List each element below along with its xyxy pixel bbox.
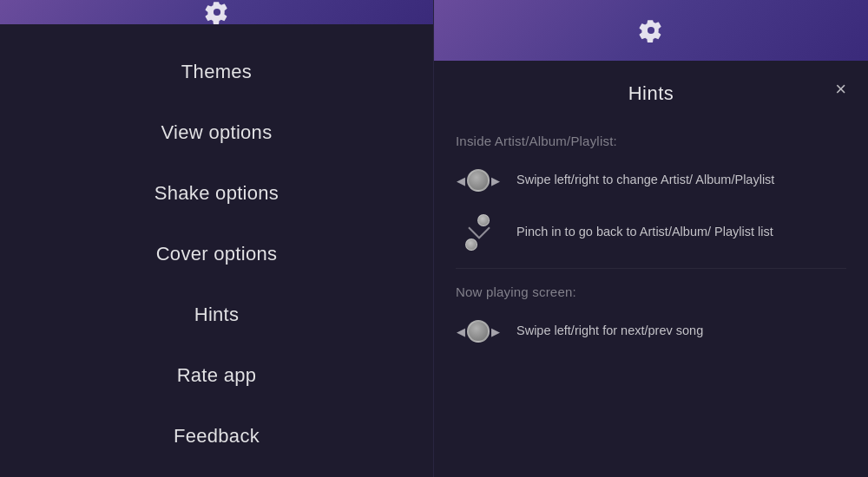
section-title-artist: Inside Artist/Album/Playlist: xyxy=(456,134,846,148)
hint-swipe-song: ◀ ▶ Swipe left/right for next/prev song xyxy=(456,315,846,348)
right-arrow: ▶ xyxy=(491,175,500,186)
swipe-circle-song xyxy=(467,320,490,343)
swipe-icon-song: ◀ ▶ xyxy=(456,315,501,348)
section-divider xyxy=(456,268,846,269)
swipe-symbol-song: ◀ ▶ xyxy=(457,320,500,343)
menu-item-hints[interactable]: Hints xyxy=(0,284,433,345)
hints-title: Hints xyxy=(628,82,674,105)
menu-list: Themes View options Shake options Cover … xyxy=(0,24,433,477)
pinch-symbol xyxy=(462,214,495,251)
left-arrow: ◀ xyxy=(457,175,465,186)
gear-icon-right xyxy=(639,18,663,42)
left-panel: Themes View options Shake options Cover … xyxy=(0,0,434,477)
left-arrow-song: ◀ xyxy=(457,326,465,337)
right-header xyxy=(434,0,868,61)
section-title-nowplaying: Now playing screen: xyxy=(456,284,846,299)
gear-icon-left xyxy=(205,0,229,24)
hint-text-swipe-song: Swipe left/right for next/prev song xyxy=(516,322,846,341)
left-header xyxy=(0,0,433,24)
hint-text-pinch-artist: Pinch in to go back to Artist/Album/ Pla… xyxy=(516,223,846,242)
close-button[interactable]: × xyxy=(835,80,846,99)
menu-item-view-options[interactable]: View options xyxy=(0,102,433,163)
hints-content: Inside Artist/Album/Playlist: ◀ ▶ Swipe … xyxy=(434,118,868,477)
pinch-icon-artist xyxy=(456,216,501,249)
menu-item-themes[interactable]: Themes xyxy=(0,42,433,102)
right-arrow-song: ▶ xyxy=(491,326,500,337)
pinch-dot-bottom xyxy=(465,238,477,251)
swipe-icon-artist: ◀ ▶ xyxy=(456,164,501,197)
menu-item-feedback[interactable]: Feedback xyxy=(0,406,433,467)
menu-item-shake-options[interactable]: Shake options xyxy=(0,163,433,224)
hint-pinch-artist: Pinch in to go back to Artist/Album/ Pla… xyxy=(456,216,846,249)
hint-text-swipe-artist: Swipe left/right to change Artist/ Album… xyxy=(516,171,846,190)
swipe-symbol: ◀ ▶ xyxy=(457,169,500,192)
hints-header: Hints × xyxy=(434,61,868,118)
right-panel: Hints × Inside Artist/Album/Playlist: ◀ … xyxy=(434,0,868,477)
menu-item-rate-app[interactable]: Rate app xyxy=(0,345,433,406)
hint-swipe-artist: ◀ ▶ Swipe left/right to change Artist/ A… xyxy=(456,164,846,197)
menu-item-cover-options[interactable]: Cover options xyxy=(0,224,433,284)
swipe-circle xyxy=(467,169,490,192)
